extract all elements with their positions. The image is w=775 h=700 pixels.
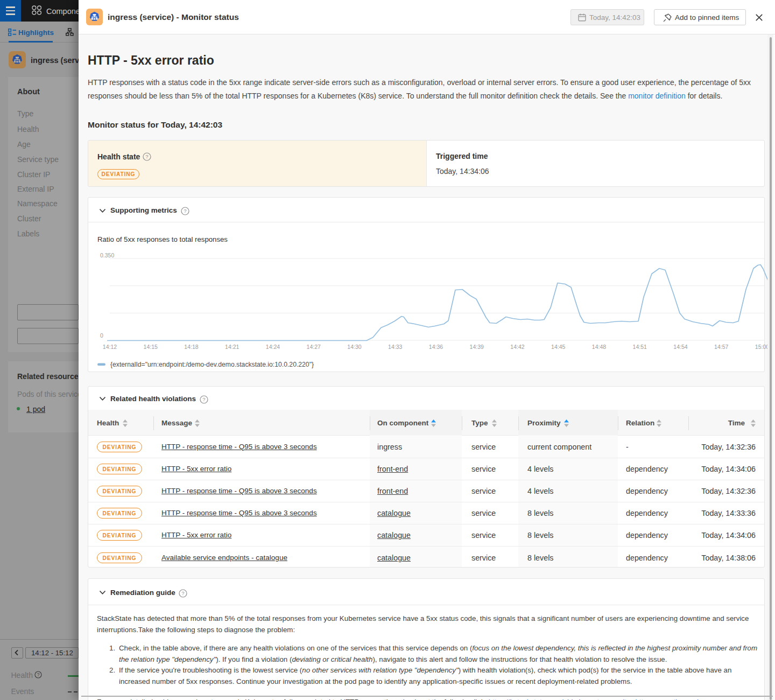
svg-text:{externalId="urn:endpoint:/dem: {externalId="urn:endpoint:/demo-dev.demo…: [110, 361, 314, 368]
svg-text:14:57: 14:57: [714, 343, 728, 349]
svg-text:?: ?: [202, 396, 205, 402]
svg-text:14:42: 14:42: [510, 343, 524, 349]
svg-text:14:15: 14:15: [144, 343, 158, 349]
svg-text:14:45: 14:45: [551, 343, 565, 349]
svg-text:14:12: 14:12: [103, 343, 117, 349]
svg-text:14:18: 14:18: [184, 343, 198, 349]
svg-text:14:33: 14:33: [388, 343, 402, 349]
svg-text:14:21: 14:21: [225, 343, 239, 349]
svg-text:0: 0: [100, 332, 103, 339]
svg-text:0.350: 0.350: [100, 252, 114, 258]
svg-text:14:30: 14:30: [347, 343, 361, 349]
svg-text:?: ?: [184, 208, 186, 214]
svg-text:?: ?: [145, 153, 148, 159]
svg-text:14:36: 14:36: [429, 343, 443, 349]
svg-text:14:54: 14:54: [673, 343, 687, 349]
svg-text:14:48: 14:48: [592, 343, 606, 349]
svg-text:14:24: 14:24: [266, 343, 280, 349]
svg-text:14:51: 14:51: [633, 343, 647, 349]
svg-text:14:27: 14:27: [307, 343, 321, 349]
svg-text:?: ?: [37, 672, 40, 677]
svg-text:14:39: 14:39: [470, 343, 484, 349]
svg-text:?: ?: [181, 590, 184, 596]
